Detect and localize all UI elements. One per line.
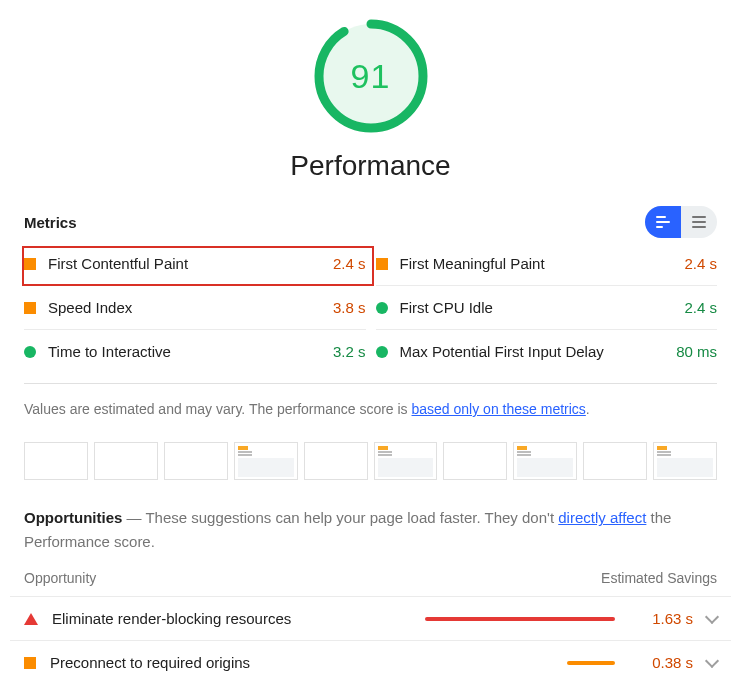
metric-first-cpu-idle[interactable]: First CPU Idle 2.4 s [376, 286, 718, 330]
category-title: Performance [290, 150, 450, 182]
metrics-grid: First Contentful Paint 2.4 s First Meani… [10, 242, 731, 373]
square-warning-icon [24, 258, 36, 270]
opportunities-heading: Opportunities [24, 509, 122, 526]
filmstrip-frame [304, 442, 368, 480]
opportunity-value: 0.38 s [629, 654, 693, 671]
chevron-down-icon [705, 654, 719, 668]
square-warning-icon [376, 258, 388, 270]
metric-label: First CPU Idle [400, 299, 673, 316]
summary-icon [656, 216, 670, 228]
score-gauge-section: 91 Performance [10, 16, 731, 182]
opportunity-value: 1.63 s [629, 610, 693, 627]
metrics-heading: Metrics [24, 214, 77, 231]
circle-pass-icon [376, 346, 388, 358]
score-gauge: 91 [311, 16, 431, 136]
metric-first-contentful-paint[interactable]: First Contentful Paint 2.4 s [24, 242, 366, 286]
filmstrip [10, 420, 731, 506]
metric-first-meaningful-paint[interactable]: First Meaningful Paint 2.4 s [376, 242, 718, 286]
square-warning-icon [24, 302, 36, 314]
metric-time-to-interactive[interactable]: Time to Interactive 3.2 s [24, 330, 366, 373]
metric-label: Max Potential First Input Delay [400, 343, 665, 360]
metric-value: 3.2 s [333, 343, 366, 360]
filmstrip-frame [234, 442, 298, 480]
detail-icon [692, 216, 706, 228]
circle-pass-icon [24, 346, 36, 358]
filmstrip-frame [653, 442, 717, 480]
metric-speed-index[interactable]: Speed Index 3.8 s [24, 286, 366, 330]
note-suffix: . [586, 401, 590, 417]
metric-value: 2.4 s [333, 255, 366, 272]
circle-pass-icon [376, 302, 388, 314]
view-summary-button[interactable] [645, 206, 681, 238]
note-text: Values are estimated and may vary. The p… [24, 401, 412, 417]
metric-label: Speed Index [48, 299, 321, 316]
metric-value: 80 ms [676, 343, 717, 360]
filmstrip-frame [164, 442, 228, 480]
metrics-note: Values are estimated and may vary. The p… [10, 398, 731, 420]
opportunity-title: Eliminate render-blocking resources [52, 610, 411, 627]
opportunity-col-label: Opportunity [24, 570, 96, 586]
opportunities-intro: Opportunities — These suggestions can he… [10, 506, 731, 570]
square-warning-icon [24, 657, 36, 669]
score-value: 91 [311, 16, 431, 136]
savings-col-label: Estimated Savings [601, 570, 717, 586]
divider [24, 383, 717, 384]
metrics-doc-link[interactable]: based only on these metrics [412, 401, 586, 417]
opportunity-title: Preconnect to required origins [50, 654, 553, 671]
view-detail-button[interactable] [681, 206, 717, 238]
opportunities-doc-link[interactable]: directly affect [558, 509, 646, 526]
opportunity-render-blocking[interactable]: Eliminate render-blocking resources 1.63… [10, 596, 731, 640]
filmstrip-frame [583, 442, 647, 480]
triangle-fail-icon [24, 613, 38, 625]
metrics-view-toggle [645, 206, 717, 238]
filmstrip-frame [443, 442, 507, 480]
metric-label: First Meaningful Paint [400, 255, 673, 272]
metric-value: 3.8 s [333, 299, 366, 316]
filmstrip-frame [513, 442, 577, 480]
opportunities-text: — These suggestions can help your page l… [122, 509, 558, 526]
opportunity-preconnect[interactable]: Preconnect to required origins 0.38 s [10, 640, 731, 684]
metric-max-fid[interactable]: Max Potential First Input Delay 80 ms [376, 330, 718, 373]
filmstrip-frame [374, 442, 438, 480]
filmstrip-frame [94, 442, 158, 480]
opportunities-columns: Opportunity Estimated Savings [10, 570, 731, 596]
savings-bar [567, 661, 615, 665]
chevron-down-icon [705, 610, 719, 624]
metric-label: First Contentful Paint [48, 255, 321, 272]
savings-bar [425, 617, 615, 621]
filmstrip-frame [24, 442, 88, 480]
metric-label: Time to Interactive [48, 343, 321, 360]
metric-value: 2.4 s [684, 255, 717, 272]
metric-value: 2.4 s [684, 299, 717, 316]
